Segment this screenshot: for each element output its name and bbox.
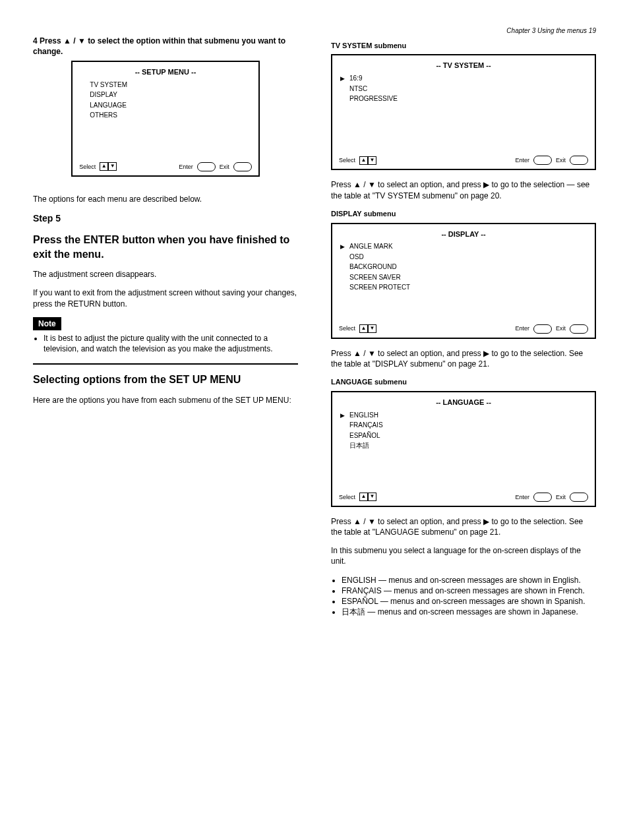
language-bullets: ENGLISH — menus and on-screen messages a… <box>331 575 596 618</box>
chapter-heading: Chapter 3 Using the menus 19 <box>33 26 596 36</box>
menu-item: ▶ANGLE MARK <box>340 241 587 252</box>
right-column: TV SYSTEM submenu -- TV SYSTEM -- ▶16:9 … <box>331 36 596 620</box>
menu-title: -- TV SYSTEM -- <box>340 61 587 71</box>
footer-enter: Enter <box>179 163 193 171</box>
footer-exit: Exit <box>556 156 566 164</box>
list-item: FRANÇAIS — menus and on-screen messages … <box>342 585 596 596</box>
language-title: LANGUAGE submenu <box>331 377 596 387</box>
menu-item: BACKGROUND <box>340 262 587 272</box>
step4-text: 4 Press ▲ / ▼ to select the option withi… <box>33 36 298 57</box>
menu-box-language: -- LANGUAGE -- ▶ENGLISH FRANÇAIS ESPAÑOL… <box>331 391 596 507</box>
footer-exit: Exit <box>556 324 566 332</box>
enter-button-icon <box>533 156 552 165</box>
display-step: Press ▲ / ▼ to select an option, and pre… <box>331 348 596 369</box>
footer-enter: Enter <box>515 493 529 501</box>
menu-item: ▶16:9 <box>340 73 587 84</box>
menu-item: OSD <box>340 252 587 262</box>
note-title: Note <box>33 317 61 330</box>
after-step4-text: The options for each menu are described … <box>33 194 298 204</box>
menu-item: ESPAÑOL <box>340 431 587 441</box>
footer-select: Select <box>339 324 355 332</box>
list-item: 日本語 — menus and on-screen messages are s… <box>342 607 596 617</box>
cursor-icon: ▶ <box>340 411 345 419</box>
menu-item: 日本語 <box>340 440 587 451</box>
footer-select: Select <box>79 163 96 171</box>
menu-footer: Select ▲▼ Enter Exit <box>339 156 588 165</box>
updown-icon: ▲▼ <box>359 493 376 501</box>
footer-select: Select <box>339 156 355 164</box>
section-heading: Selecting options from the SET UP MENU <box>33 373 298 387</box>
menu-box-setup: -- SETUP MENU -- TV SYSTEM DISPLAY LANGU… <box>71 61 259 177</box>
menu-title: -- LANGUAGE -- <box>340 398 587 407</box>
menu-item: SCREEN SAVER <box>340 272 587 283</box>
exit-button-icon <box>233 162 252 171</box>
exit-button-icon <box>570 324 588 334</box>
display-title: DISPLAY submenu <box>331 209 596 219</box>
menu-item: PROGRESSIVE <box>340 94 587 104</box>
left-column: 4 Press ▲ / ▼ to select the option withi… <box>33 36 298 620</box>
menu-title: -- DISPLAY -- <box>340 229 587 239</box>
after-step5b: If you want to exit from the adjustment … <box>33 287 298 309</box>
section-divider <box>33 363 298 365</box>
menu-footer: Select ▲▼ Enter Exit <box>339 324 588 334</box>
after-step5a: The adjustment screen disappears. <box>33 269 298 280</box>
menu-box-tvsystem: -- TV SYSTEM -- ▶16:9 NTSC PROGRESSIVE S… <box>331 54 596 170</box>
menu-title: -- SETUP MENU -- <box>80 67 250 77</box>
enter-button-icon <box>533 493 552 502</box>
menu-item: NTSC <box>340 84 587 94</box>
footer-enter: Enter <box>515 156 529 164</box>
step5-heading: Press the ENTER button when you have fin… <box>33 233 298 261</box>
cursor-icon: ▶ <box>340 75 345 82</box>
footer-select: Select <box>339 493 355 501</box>
note-bullet: It is best to adjust the picture quality… <box>44 333 298 354</box>
menu-item: TV SYSTEM <box>80 80 250 90</box>
exit-button-icon <box>570 493 588 502</box>
menu-item: DISPLAY <box>80 90 250 100</box>
enter-button-icon <box>533 324 552 334</box>
list-item: ESPAÑOL — menus and on-screen messages a… <box>342 596 596 607</box>
tv-system-title: TV SYSTEM submenu <box>331 41 596 51</box>
menu-item: SCREEN PROTECT <box>340 282 587 293</box>
language-para: In this submenu you select a language fo… <box>331 545 596 566</box>
menu-item: ▶ENGLISH <box>340 410 587 421</box>
updown-icon: ▲▼ <box>359 324 376 333</box>
menu-box-display: -- DISPLAY -- ▶ANGLE MARK OSD BACKGROUND… <box>331 223 596 339</box>
menu-footer: Select ▲▼ Enter Exit <box>79 162 251 171</box>
cursor-icon: ▶ <box>340 243 345 251</box>
menu-item: FRANÇAIS <box>340 420 587 431</box>
step5-label: Step 5 <box>33 212 298 225</box>
menu-footer: Select ▲▼ Enter Exit <box>339 493 588 502</box>
tv-system-step: Press ▲ / ▼ to select an option, and pre… <box>331 179 596 200</box>
updown-icon: ▲▼ <box>100 162 117 171</box>
section-text: Here are the options you have from each … <box>33 395 298 405</box>
updown-icon: ▲▼ <box>359 156 376 165</box>
footer-enter: Enter <box>515 324 529 332</box>
exit-button-icon <box>570 156 588 165</box>
language-step: Press ▲ / ▼ to select an option, and pre… <box>331 516 596 537</box>
list-item: ENGLISH — menus and on-screen messages a… <box>342 575 596 585</box>
menu-item: OTHERS <box>80 110 250 121</box>
footer-exit: Exit <box>556 493 566 501</box>
enter-button-icon <box>197 162 216 171</box>
footer-exit: Exit <box>220 163 229 171</box>
menu-item: LANGUAGE <box>80 100 250 111</box>
